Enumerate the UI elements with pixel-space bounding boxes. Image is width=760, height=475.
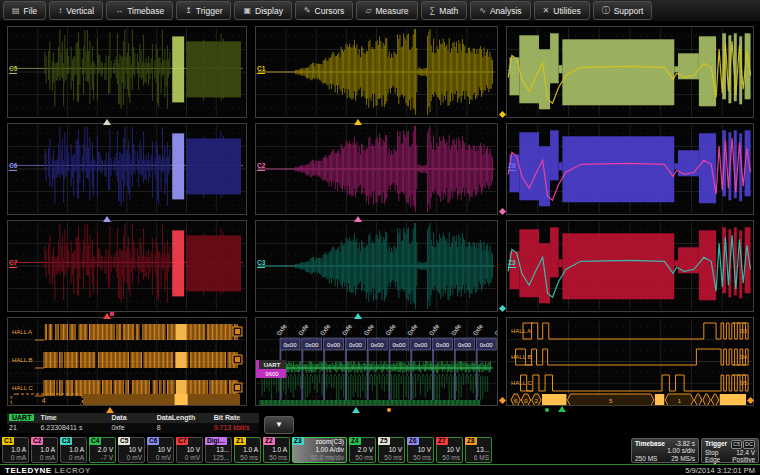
zoom-source-label: zoom(C3) [315,438,344,445]
svg-text:0x00: 0x00 [414,342,428,348]
menu-button-support[interactable]: ⓘSupport [593,1,653,20]
svg-text:0x00: 0x00 [349,342,363,348]
descriptor-z8[interactable]: Z813...6 MS [465,437,492,463]
svg-text:0xfe: 0xfe [319,322,332,336]
descriptor-line1: 10 V [187,446,200,453]
descriptor-line2: 50.0 ms/div [311,454,344,461]
descriptor-line2: 0 mV [156,454,171,461]
descriptor-c2[interactable]: C21.0 A0 mA [31,437,58,463]
menu-button-cursors[interactable]: ✎Cursors [295,1,353,20]
menu-button-vertical[interactable]: ↕Vertical [49,1,103,20]
descriptor-line2: 50 ms [442,454,460,461]
table-cell: 0xfe [109,423,154,433]
file-icon: ▤ [12,7,20,15]
svg-text:HALL A: HALL A [511,328,531,334]
descriptor-digi[interactable]: Digi...13...125... [205,437,232,463]
timebase-record: 250 MS [635,455,657,462]
zero-level-label-c5: C5 [9,65,17,74]
menu-button-trigger[interactable]: ↥Trigger [176,1,231,20]
descriptor-z6[interactable]: Z610 V50 ms [407,437,434,463]
table-collapse-button[interactable]: ▼ [264,416,294,434]
descriptor-line1: 1.0 A [40,446,55,453]
menu-button-measure[interactable]: ▱Measure [356,1,417,20]
menu-button-analysis[interactable]: ∿Analysis [470,1,530,20]
descriptor-line1: 1.0 A [243,446,258,453]
grid-panel-z5: Z5 [506,26,754,118]
menu-button-math[interactable]: ∑Math [421,1,468,20]
grid-panel-c5: C5 [7,26,247,118]
grid-panel: 0xfe0xfe0xfe0xfe0xfe0xfe0xfe0xfe0xfe0xfe… [255,317,498,406]
menu-button-file[interactable]: ▤File [3,1,46,20]
descriptor-line1: 1.0 A [272,446,287,453]
trigger-marker [354,216,362,222]
descriptor-c5[interactable]: C510 V0 mV [118,437,145,463]
descriptor-c6[interactable]: C610 V0 mV [147,437,174,463]
grid-panel-z3: Z3 [506,220,754,312]
utilities-icon: ✕ [543,7,550,15]
datetime: 5/9/2014 3:12:01 PM [685,466,755,475]
descriptor-c1[interactable]: C11.0 A0 mA [2,437,29,463]
descriptor-z3[interactable]: Z3zoom(C3)1.00 A/div50.0 ms/div [292,437,347,463]
svg-text:0x00: 0x00 [480,342,494,348]
descriptor-z7[interactable]: Z710 V50 ms [436,437,463,463]
position-marker [110,312,114,316]
descriptor-z1[interactable]: Z11.0 A50 ms [234,437,261,463]
zero-level-label-c7: C7 [9,259,17,268]
channel-tab: Z2 [263,437,275,445]
trigger-marker [354,313,362,319]
svg-text:D4: D4 [740,354,747,360]
menu-label: Vertical [66,6,94,16]
descriptor-c7[interactable]: C710 V0 mV [176,437,203,463]
trigger-marker [106,407,114,413]
level-marker [499,397,506,404]
menu-label: Trigger [196,6,223,16]
menu-button-timebase[interactable]: ↔Timebase [106,1,173,20]
svg-text:0x00: 0x00 [436,342,450,348]
trigger-coupling-chip: DC [743,440,755,449]
descriptor-c4[interactable]: C42.0 V-7 V [89,437,116,463]
timebase-scale: 1.00 s/div [667,447,695,454]
descriptor-c3[interactable]: C31.0 A0 mA [60,437,87,463]
timebase-rate: 25 MS/s [671,455,695,462]
timebase-box[interactable]: Timebase -3.82 s 1.00 s/div 250 MS 25 MS… [631,438,699,463]
grid-panel-c3: C3 [255,220,498,312]
zero-level-label-z5: Z5 [508,65,516,74]
table-header: Bit Rate [212,413,259,423]
menu-button-utilities[interactable]: ✕Utilities [534,1,590,20]
trigger-marker [103,119,111,125]
trigger-marker [103,216,111,222]
svg-text:HALL B: HALL B [12,357,32,363]
svg-text:HALL A: HALL A [12,329,32,335]
descriptor-line1: 10 V [158,446,171,453]
svg-text:0xfe: 0xfe [428,322,441,336]
table-header: Data [109,413,154,423]
menu-button-display[interactable]: ▣Display [234,1,291,20]
descriptor-z2[interactable]: Z21.0 A50 ms [263,437,290,463]
svg-text:0xfe: 0xfe [493,322,497,336]
svg-text:D3: D3 [740,328,747,334]
menu-label: Analysis [490,6,522,16]
descriptor-line2: 0 mA [69,454,84,461]
svg-text:0xfe: 0xfe [340,322,353,336]
trigger-source-chip: C5 [731,440,742,449]
descriptor-line2: 50 ms [240,454,258,461]
trigger-box[interactable]: Trigger C5 DC Stop 12.4 V Edge Positive [701,438,759,463]
descriptor-line2: -7 V [101,454,113,461]
svg-text:4: 4 [42,397,46,404]
descriptor-z4[interactable]: Z42.0 V50 ms [349,437,376,463]
svg-text:0x00: 0x00 [371,342,385,348]
channel-tab: Z7 [436,437,448,445]
menu-label: Utilities [553,6,580,16]
math-icon: ∑ [430,7,436,15]
grid-panel-z6: Z6 [506,123,754,215]
trigger-marker [354,119,362,125]
descriptor-z5[interactable]: Z510 V50 ms [378,437,405,463]
grid-panel: HALL AHALL BHALL C4 [7,317,247,406]
trigger-type: Edge [705,456,720,463]
trigger-marker [558,406,566,412]
table-header: DataLength [155,413,212,423]
descriptor-line2: 50 ms [355,454,373,461]
trigger-icon: ↥ [185,7,192,15]
svg-text:0x00: 0x00 [327,342,341,348]
menu-label: Display [255,6,283,16]
